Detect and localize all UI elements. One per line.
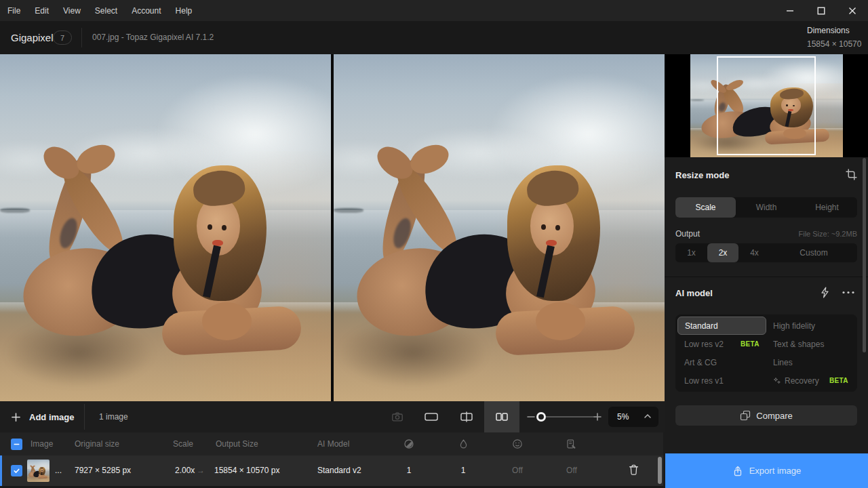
gigapixel-window: File Edit View Select Account Help Gigap… <box>0 0 868 488</box>
compare-icon <box>740 410 751 421</box>
sharpen-icon <box>403 439 414 449</box>
menu-file[interactable]: File <box>7 6 20 16</box>
zoom-in-icon[interactable] <box>593 411 602 422</box>
row-filename: ... <box>55 455 62 486</box>
crop-icon[interactable] <box>846 169 857 180</box>
resize-mode-tabs: Scale Width Height <box>675 197 857 218</box>
maximize-icon[interactable] <box>806 0 837 21</box>
menu-account[interactable]: Account <box>132 6 161 16</box>
export-icon <box>732 466 743 476</box>
menu-edit[interactable]: Edit <box>35 6 49 16</box>
scale-4x[interactable]: 4x <box>738 243 770 262</box>
col-scale: Scale <box>173 432 193 455</box>
model-recovery[interactable]: Recovery BETA <box>766 371 855 390</box>
photo-scene-preview <box>334 54 665 401</box>
split-view-icon[interactable] <box>449 401 484 432</box>
photo-scene-original <box>0 54 331 401</box>
row-original-size: 7927 × 5285 px <box>75 455 131 486</box>
image-viewer: Original Upscaling... <box>0 54 665 401</box>
side-by-side-view-icon[interactable] <box>484 401 519 432</box>
tab-scale[interactable]: Scale <box>675 197 736 218</box>
color-icon <box>566 439 577 449</box>
photo-scene-thumb <box>27 460 50 482</box>
beta-badge: BETA <box>829 377 848 384</box>
file-size-estimate: File Size: ~9.2MB <box>798 230 857 238</box>
tab-height[interactable]: Height <box>797 197 857 218</box>
menu-select[interactable]: Select <box>95 6 117 16</box>
beta-badge: BETA <box>741 340 760 348</box>
minimize-icon[interactable] <box>774 0 806 21</box>
preview-pane[interactable] <box>334 54 665 401</box>
single-view-icon[interactable] <box>414 401 449 432</box>
output-label: Output <box>675 229 700 239</box>
menu-bar: File Edit View Select Account Help <box>0 0 868 21</box>
zoom-slider-track[interactable] <box>538 416 594 418</box>
resize-mode-title: Resize mode <box>675 170 729 180</box>
auto-select-bolt-icon[interactable] <box>820 287 830 298</box>
image-queue-table: Image Original size Scale Output Size AI… <box>0 432 663 488</box>
chevron-up-icon <box>644 413 652 419</box>
model-low-res-v1[interactable]: Low res v1 <box>677 371 766 390</box>
row-scale: 2.00x <box>175 455 195 486</box>
row-checkbox[interactable] <box>11 465 22 476</box>
face-recovery-icon <box>512 439 523 449</box>
scale-options: 1x 2x 4x Custom <box>675 243 857 262</box>
model-high-fidelity[interactable]: High fidelity <box>766 317 855 335</box>
image-count: 1 image <box>99 401 128 432</box>
export-image-button[interactable]: Export image <box>665 453 868 488</box>
queue-scrollbar[interactable] <box>658 457 662 484</box>
model-lines[interactable]: Lines <box>766 353 855 371</box>
zoom-out-icon[interactable] <box>526 411 536 422</box>
close-icon[interactable] <box>837 0 868 21</box>
col-original-size: Original size <box>75 432 119 455</box>
dimensions-readout: Dimensions 15854 × 10570 <box>807 26 861 49</box>
minimap-viewport[interactable] <box>717 56 816 155</box>
menu-help[interactable]: Help <box>176 6 193 16</box>
denoise-icon <box>458 439 469 449</box>
row-denoise-value[interactable]: 1 <box>455 455 471 486</box>
tab-width[interactable]: Width <box>736 197 797 218</box>
right-sidebar: Resize mode Scale Width Height Output Fi… <box>665 54 868 488</box>
selected-row-accent <box>0 455 2 486</box>
original-pane[interactable] <box>0 54 332 401</box>
scale-custom[interactable]: Custom <box>770 243 857 262</box>
navigation-minimap[interactable] <box>665 54 868 157</box>
queue-header-row: Image Original size Scale Output Size AI… <box>0 432 663 455</box>
delete-row-icon[interactable] <box>628 464 639 476</box>
divider <box>665 277 868 277</box>
arrow-right-icon: → <box>197 455 205 486</box>
row-thumbnail <box>27 460 50 482</box>
app-name: Gigapixel <box>11 21 54 54</box>
menu-view[interactable]: View <box>63 6 81 16</box>
zoom-level-dropdown[interactable]: 5% <box>608 407 658 427</box>
sparkles-icon <box>773 377 781 385</box>
model-low-res-v2[interactable]: Low res v2BETA <box>677 335 766 353</box>
col-output-size: Output Size <box>216 432 258 455</box>
snapshot-camera-icon[interactable] <box>391 411 403 423</box>
compare-button[interactable]: Compare <box>675 405 857 426</box>
model-standard[interactable]: Standard <box>677 317 766 335</box>
sidebar-scrollbar[interactable] <box>863 158 866 352</box>
col-ai-model: AI Model <box>317 432 349 455</box>
title-bar: Gigapixel 7 007.jpg - Topaz Gigapixel AI… <box>0 21 868 54</box>
select-all-checkbox[interactable] <box>11 439 22 450</box>
divider <box>81 28 82 47</box>
col-image: Image <box>31 432 53 455</box>
model-text-shapes[interactable]: Text & shapes <box>766 335 855 353</box>
ai-model-title: AI model <box>675 288 713 298</box>
version-badge[interactable]: 7 <box>53 30 72 45</box>
divider <box>84 404 85 430</box>
scale-2x[interactable]: 2x <box>707 243 738 262</box>
scale-1x[interactable]: 1x <box>675 243 707 262</box>
more-options-icon[interactable] <box>842 291 854 294</box>
model-art-cg[interactable]: Art & CG <box>677 353 766 371</box>
add-image-button[interactable]: Add image <box>11 401 74 432</box>
row-face-recovery-value[interactable]: Off <box>509 455 526 486</box>
window-controls <box>774 0 868 21</box>
row-color-value[interactable]: Off <box>564 455 580 486</box>
zoom-level-value: 5% <box>617 407 629 427</box>
row-sharpen-value[interactable]: 1 <box>401 455 417 486</box>
queue-row[interactable]: ... 7927 × 5285 px 2.00x → 15854 × 10570… <box>0 455 663 486</box>
zoom-slider-knob[interactable] <box>536 412 546 422</box>
bottom-toolbar: Add image 1 image 5% <box>0 401 665 432</box>
